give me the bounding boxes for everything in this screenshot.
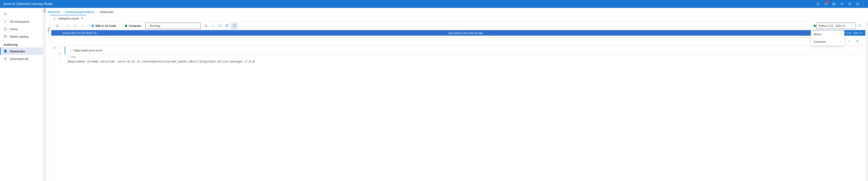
- kernel-status-dot: [813, 25, 816, 27]
- check-icon: [66, 56, 69, 58]
- run-cell-icon[interactable]: [53, 46, 56, 50]
- sidebar-item-notebooks[interactable]: Notebooks: [0, 47, 43, 55]
- cell-area: 1%pip install azure-ai-ml [1] 3 sec ⋯ Re…: [51, 36, 865, 63]
- svg-point-13: [82, 26, 82, 26]
- chevron-down-icon: [851, 25, 854, 27]
- dropdown-consume[interactable]: Consume: [811, 38, 844, 45]
- cell-toolbar: [65, 38, 862, 45]
- svg-rect-19: [226, 25, 227, 26]
- menu-icon[interactable]: [54, 23, 61, 29]
- recent-icon[interactable]: [814, 0, 822, 8]
- svg-point-26: [849, 41, 850, 42]
- sidebar: All workspaces Home Model catalog Author…: [0, 8, 43, 181]
- cell-code[interactable]: 1%pip install azure-ai-ml: [65, 48, 862, 53]
- data-actions-dropdown: Mount Consume: [811, 30, 844, 46]
- automated-ml-label: Automated ML: [10, 57, 29, 61]
- stop-icon[interactable]: [72, 23, 79, 29]
- tabbar: *adlsg2test.ipynb ✕: [46, 14, 868, 22]
- svg-rect-12: [74, 25, 76, 27]
- chevron-right-icon: [839, 33, 841, 35]
- svg-point-4: [856, 3, 859, 5]
- smile-icon[interactable]: [854, 0, 862, 8]
- compute-select[interactable]: - Running: [145, 23, 200, 29]
- svg-rect-20: [227, 25, 228, 26]
- data-actions-icon[interactable]: [231, 23, 238, 29]
- all-workspaces-label: All workspaces: [10, 20, 30, 23]
- run-all-icon[interactable]: [65, 23, 72, 29]
- notifications-icon[interactable]: 3: [822, 0, 830, 8]
- chevron-down-icon: [196, 25, 199, 27]
- breadcrumb-current: Notebooks: [100, 10, 114, 13]
- cell-output: Requirement already satisfied: azure-ai-…: [53, 59, 862, 63]
- notification-badge: 3: [826, 1, 829, 4]
- editor-scrollbar[interactable]: [865, 22, 868, 181]
- cell-run-controls: [53, 46, 61, 50]
- svg-point-10: [6, 58, 6, 58]
- kernel-select[interactable]: Python 3.10 - SDK v2: [816, 23, 856, 29]
- cell-more-icon[interactable]: [846, 39, 852, 44]
- notebooks-label: Notebooks: [10, 50, 25, 53]
- model-catalog-label: Model catalog: [10, 35, 28, 38]
- svg-rect-18: [219, 25, 221, 26]
- compute-section: Compute:: [123, 24, 144, 27]
- sidebar-item-home[interactable]: Home: [0, 25, 43, 33]
- expand-icon: [48, 23, 50, 26]
- svg-rect-21: [226, 26, 227, 27]
- statusbar: · Kernel idle CPU 0% RAM 1% Last saved a…: [51, 30, 865, 36]
- svg-point-9: [4, 59, 5, 59]
- compute-value: - Running: [148, 24, 160, 27]
- run-cell-dropdown-icon[interactable]: [58, 46, 61, 50]
- sidebar-item-automated-ml[interactable]: Automated ML: [0, 55, 43, 63]
- help-icon[interactable]: [846, 0, 854, 8]
- dropdown-mount[interactable]: Mount: [811, 31, 844, 38]
- output-more-icon[interactable]: ⋯: [58, 60, 61, 63]
- delete-cell-icon[interactable]: [855, 39, 860, 44]
- chevron-down-icon: [118, 25, 120, 27]
- svg-point-16: [205, 25, 207, 27]
- instance-icon[interactable]: [224, 23, 230, 29]
- line-number: 1: [68, 49, 73, 52]
- cell-meta: 3 sec: [53, 55, 862, 59]
- svg-point-14: [82, 26, 83, 26]
- code-content: %pip install azure-ai-ml: [73, 49, 102, 52]
- add-compute-icon[interactable]: [210, 23, 216, 29]
- refresh-icon[interactable]: [856, 23, 863, 29]
- hamburger-menu[interactable]: [0, 10, 43, 18]
- sidebar-item-model-catalog[interactable]: Model catalog: [0, 33, 43, 40]
- svg-point-15: [83, 26, 84, 26]
- code-cell[interactable]: 1%pip install azure-ai-ml: [65, 46, 862, 55]
- file-tab[interactable]: *adlsg2test.ipynb ✕: [50, 15, 86, 22]
- exec-time: 3 sec: [70, 56, 76, 58]
- stop-compute-icon[interactable]: [203, 23, 209, 29]
- close-tab-icon[interactable]: ✕: [81, 17, 84, 20]
- vscode-icon: [90, 24, 94, 28]
- kernel-status: · Kernel idle CPU 0% RAM 1%: [51, 32, 96, 34]
- svg-point-11: [6, 59, 6, 60]
- files-panel-label: Files: [47, 27, 50, 32]
- more-icon[interactable]: [79, 23, 86, 29]
- chevron-right-icon: ›: [96, 10, 97, 13]
- svg-rect-8: [4, 50, 6, 52]
- notebook-toolbar: Edit in VS Code Compute: - Running: [51, 22, 865, 30]
- tab-filename: *adlsg2test.ipynb: [58, 17, 79, 20]
- edit-in-vscode-button[interactable]: Edit in VS Code: [88, 24, 122, 28]
- sidebar-scrollbar[interactable]: [43, 8, 46, 181]
- chevron-right-icon: ›: [62, 10, 63, 13]
- svg-point-25: [849, 41, 849, 42]
- svg-point-1: [834, 4, 834, 4]
- terminal-icon[interactable]: [217, 23, 223, 29]
- breadcrumb-workspace[interactable]: amlworkspacemidesa: [65, 10, 94, 13]
- topbar: Azure AI | Machine Learning Studio 3: [0, 0, 868, 8]
- breadcrumb-root[interactable]: Microsoft: [48, 10, 60, 13]
- notebook-file-icon: [53, 17, 56, 20]
- settings-icon[interactable]: [830, 0, 838, 8]
- kernel-value: Python 3.10 - SDK v2: [818, 24, 845, 27]
- home-label: Home: [10, 27, 18, 31]
- chevron-right-icon: [839, 41, 841, 43]
- compute-status-dot: [125, 25, 127, 27]
- files-panel-collapsed[interactable]: Files: [46, 22, 51, 181]
- compute-label: Compute:: [129, 24, 142, 27]
- svg-point-22: [234, 25, 235, 26]
- feedback-icon[interactable]: [838, 0, 846, 8]
- all-workspaces-link[interactable]: All workspaces: [0, 18, 43, 25]
